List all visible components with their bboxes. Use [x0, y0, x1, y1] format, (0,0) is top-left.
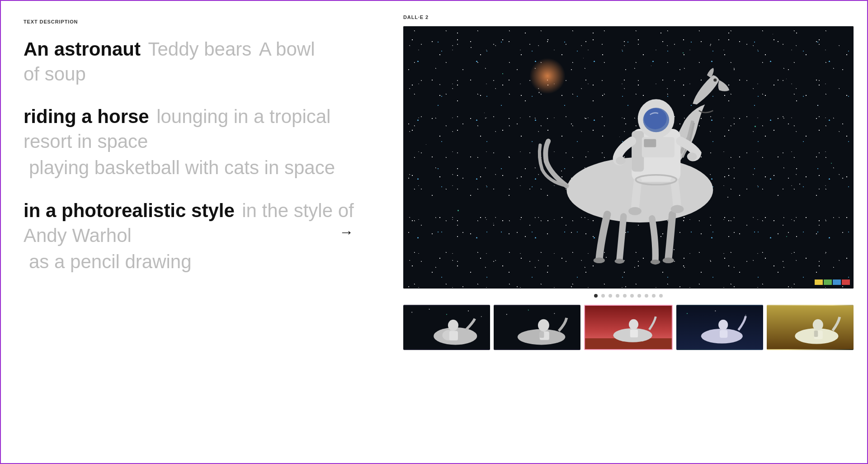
text-primary-riding[interactable]: riding a horse [24, 106, 149, 127]
main-layout: TEXT DESCRIPTION An astronaut Teddy bear… [1, 1, 867, 463]
main-image[interactable] [403, 26, 854, 289]
thumbnail-3[interactable] [584, 305, 673, 350]
thumbnail-4[interactable] [676, 305, 763, 350]
svg-point-45 [745, 315, 746, 316]
svg-point-16 [670, 205, 684, 213]
right-panel: DALL·E 2 [390, 1, 867, 463]
svg-point-3 [650, 260, 660, 265]
svg-point-34 [538, 319, 549, 331]
text-alt-pencil[interactable]: as a pencil drawing [29, 251, 192, 272]
color-swatch-blue [833, 279, 841, 285]
svg-point-4 [593, 257, 604, 263]
generate-arrow[interactable]: → [339, 224, 354, 241]
text-alt-teddy[interactable]: Teddy bears [148, 38, 251, 60]
color-swatch-red [842, 279, 850, 285]
svg-point-26 [448, 320, 458, 331]
svg-point-30 [528, 310, 529, 311]
thumbnail-strip [403, 303, 854, 350]
svg-point-47 [718, 320, 728, 330]
svg-rect-41 [630, 330, 638, 337]
text-block-subject: An astronaut Teddy bears A bowlof soup [24, 37, 367, 86]
text-block-style: in a photorealistic style in the style o… [24, 199, 367, 275]
color-swatch-yellow [815, 279, 823, 285]
svg-rect-9 [644, 139, 656, 147]
pagination-dots [403, 289, 854, 303]
thumbnail-5[interactable] [767, 305, 854, 350]
svg-point-14 [616, 156, 626, 165]
pagination-dot-9[interactable] [652, 294, 656, 298]
svg-point-40 [629, 319, 638, 330]
pagination-dot-2[interactable] [601, 294, 605, 298]
text-primary-astronaut[interactable]: An astronaut [24, 38, 141, 60]
text-primary-style[interactable]: in a photorealistic style [24, 200, 235, 221]
thumbnail-1[interactable] [403, 305, 490, 350]
svg-point-51 [813, 319, 823, 331]
section-label-left: TEXT DESCRIPTION [24, 19, 367, 24]
pagination-dot-6[interactable] [630, 294, 634, 298]
svg-point-1 [713, 78, 717, 81]
svg-point-23 [481, 316, 482, 317]
svg-point-44 [715, 311, 716, 312]
svg-point-43 [687, 313, 688, 314]
figure-container [448, 39, 831, 275]
pagination-dot-10[interactable] [659, 294, 663, 298]
svg-rect-27 [449, 331, 458, 341]
svg-rect-36 [540, 331, 544, 338]
pagination-dot-3[interactable] [609, 294, 612, 298]
svg-point-2 [662, 257, 674, 263]
svg-point-5 [614, 259, 624, 264]
svg-point-15 [628, 207, 642, 215]
svg-point-19 [411, 312, 412, 312]
svg-rect-48 [720, 330, 727, 338]
svg-point-22 [468, 311, 469, 312]
svg-rect-53 [814, 331, 818, 337]
svg-point-13 [687, 152, 697, 161]
text-alt-basketball[interactable]: playing basketball with cats in space [29, 157, 335, 178]
pagination-dot-4[interactable] [616, 294, 619, 298]
svg-point-12 [644, 108, 666, 129]
pagination-dot-1[interactable] [594, 294, 598, 298]
pagination-dot-5[interactable] [623, 294, 627, 298]
pagination-dot-7[interactable] [637, 294, 641, 298]
astronaut-horse-svg [448, 39, 831, 275]
thumbnail-2[interactable] [494, 305, 580, 350]
left-panel: TEXT DESCRIPTION An astronaut Teddy bear… [1, 1, 390, 463]
text-block-action: riding a horse lounging in a tropical re… [24, 104, 367, 180]
svg-point-20 [429, 309, 430, 310]
color-bar [815, 279, 850, 285]
pagination-dot-8[interactable] [645, 294, 648, 298]
section-label-right: DALL·E 2 [403, 14, 854, 20]
svg-point-29 [506, 314, 507, 315]
svg-point-31 [554, 313, 555, 314]
svg-point-21 [446, 314, 447, 315]
color-swatch-green [824, 279, 832, 285]
